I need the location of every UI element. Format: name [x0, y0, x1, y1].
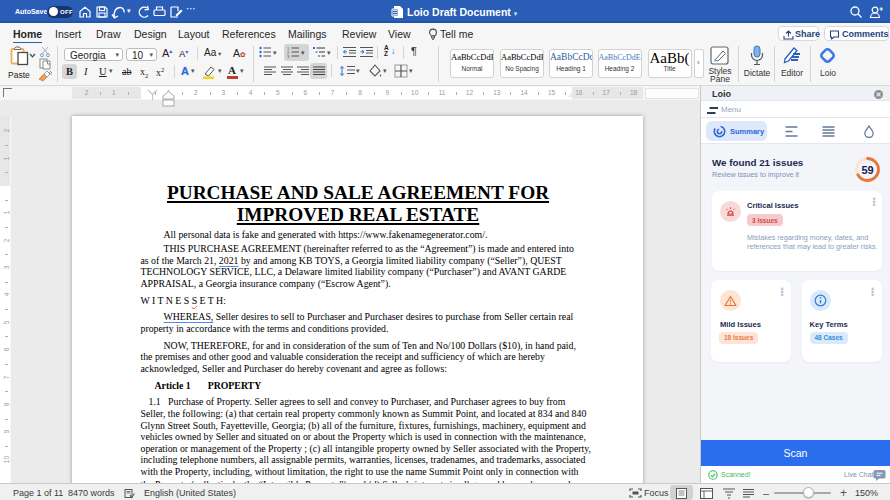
svg-text:3: 3	[287, 54, 290, 59]
svg-text:59: 59	[861, 163, 873, 175]
